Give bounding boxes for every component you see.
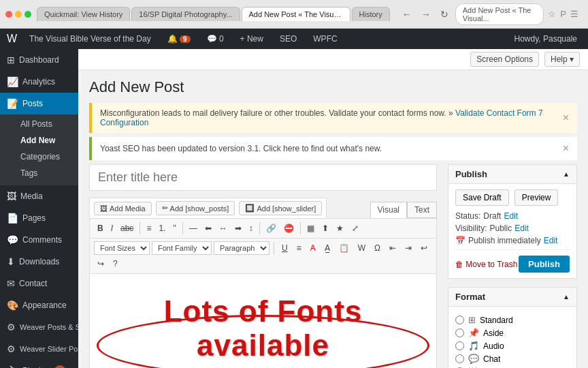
format-radio-audio[interactable]: [455, 341, 464, 350]
bold-button[interactable]: B: [94, 221, 107, 235]
paragraph-select[interactable]: Paragraph: [214, 241, 270, 255]
sidebar-label-analytics: Analytics: [22, 77, 55, 87]
notice-close-2[interactable]: ×: [563, 142, 569, 155]
menu-icon[interactable]: ☰: [570, 9, 578, 19]
special-char-button[interactable]: Ω: [371, 241, 384, 255]
align-justify-button[interactable]: ↕: [246, 221, 257, 235]
tab-text[interactable]: Text: [407, 202, 437, 218]
admin-bar-notifications[interactable]: 🔔 9: [163, 34, 195, 44]
admin-bar-comments[interactable]: 💬 0: [203, 34, 228, 44]
back-button[interactable]: ←: [399, 7, 414, 21]
align-left-button[interactable]: ⬅: [201, 221, 215, 235]
insert-link-button[interactable]: 🔗: [263, 221, 280, 235]
sidebar-item-comments[interactable]: 💬 Comments: [0, 229, 78, 251]
tab-visual[interactable]: Visual: [370, 202, 407, 218]
notice-close-1[interactable]: ×: [563, 112, 569, 124]
status-edit-link[interactable]: Edit: [504, 211, 518, 221]
help-button[interactable]: Help ▾: [544, 52, 580, 67]
sidebar-item-analytics[interactable]: 📈 Analytics: [0, 71, 78, 93]
sidebar-item-weaver-slider[interactable]: ⚙ Weaver Slider Posts: [0, 338, 78, 360]
sidebar-tags[interactable]: Tags: [14, 165, 78, 181]
sidebar-categories[interactable]: Categories: [14, 149, 78, 165]
strikethrough-button[interactable]: abc: [117, 221, 137, 235]
sidebar-item-posts[interactable]: 📝 Posts: [0, 93, 78, 114]
sidebar-all-posts[interactable]: All Posts: [14, 116, 78, 132]
bg-color-button[interactable]: A̲: [321, 241, 333, 255]
editor-body[interactable]: Lots of Fonts available: [89, 273, 437, 368]
justify-button[interactable]: ≡: [293, 241, 305, 255]
align-right-button[interactable]: ➡: [231, 221, 245, 235]
browser-tab-2[interactable]: Add New Post « The Visual...: [242, 7, 350, 21]
insert-table-button[interactable]: ▦: [304, 221, 318, 235]
upload-button[interactable]: ⬆: [318, 221, 332, 235]
indent-left-button[interactable]: ⇤: [386, 241, 399, 255]
minimize-dot[interactable]: [15, 11, 22, 18]
star-button[interactable]: ★: [333, 221, 347, 235]
sidebar-item-appearance[interactable]: 🎨 Appearance: [0, 294, 78, 316]
italic-button[interactable]: I: [108, 221, 116, 235]
ordered-list-button[interactable]: 1.: [155, 221, 169, 235]
unordered-list-button[interactable]: ≡: [143, 221, 154, 235]
redo-button[interactable]: ↪: [94, 257, 108, 271]
editor-toolbar-row2: Font Sizes Font Family Paragraph U ≡ A A…: [89, 238, 437, 273]
sidebar-add-new[interactable]: Add New: [14, 132, 78, 149]
admin-bar-seo[interactable]: SEO: [276, 34, 301, 44]
format-label-aside: Aside: [483, 328, 504, 338]
bookmark-icon[interactable]: ☆: [548, 9, 556, 19]
close-dot[interactable]: [5, 11, 12, 18]
admin-bar-site[interactable]: The Visual Bible Verse of the Day: [25, 34, 155, 44]
preview-button[interactable]: Preview: [514, 189, 559, 206]
undo-button[interactable]: ↩: [417, 241, 431, 255]
forward-button[interactable]: →: [419, 7, 434, 21]
schedule-edit-link[interactable]: Edit: [544, 236, 558, 245]
screen-options-button[interactable]: Screen Options: [470, 52, 539, 67]
sidebar-item-dashboard[interactable]: ⊞ Dashboard: [0, 49, 78, 71]
sidebar-item-pages[interactable]: 📄 Pages: [0, 207, 78, 229]
refresh-button[interactable]: ↻: [438, 7, 451, 21]
browser-tab-0[interactable]: Quickmail: View History: [37, 7, 130, 21]
sidebar-item-media[interactable]: 🖼 Media: [0, 185, 78, 207]
format-radio-aside[interactable]: [455, 328, 464, 337]
save-draft-button[interactable]: Save Draft: [455, 189, 509, 206]
address-bar[interactable]: Add New Post « The Visual...: [455, 3, 544, 25]
move-to-trash-link[interactable]: 🗑 Move to Trash: [455, 260, 517, 269]
publish-box-title: Publish: [455, 169, 487, 179]
toolbar-sep-5: [274, 242, 274, 254]
font-family-select[interactable]: Font Family: [152, 241, 212, 255]
expand-button[interactable]: ⤢: [348, 221, 362, 235]
paste-word-button[interactable]: W: [355, 241, 369, 255]
add-show-posts-button[interactable]: ✏ Add [show_posts]: [156, 201, 235, 215]
remove-link-button[interactable]: ⛔: [280, 221, 297, 235]
maximize-dot[interactable]: [24, 11, 31, 18]
browser-tab-3[interactable]: History: [352, 7, 390, 21]
font-sizes-select[interactable]: Font Sizes: [94, 241, 150, 255]
browser-tab-1[interactable]: 16/SP Digital Photography...: [131, 7, 240, 21]
hr-button[interactable]: —: [186, 221, 201, 235]
visibility-edit-link[interactable]: Edit: [514, 224, 529, 233]
howdy-label[interactable]: Howdy, Pasquale: [510, 34, 582, 44]
add-show-slider-button[interactable]: 🔲 Add [show_slider]: [239, 201, 322, 215]
wp-logo[interactable]: W: [7, 33, 17, 45]
underline-button[interactable]: U: [278, 241, 291, 255]
sidebar-item-plugins[interactable]: 🔌 Plugins 7: [0, 360, 78, 368]
sidebar-item-downloads[interactable]: ⬇ Downloads: [0, 251, 78, 273]
format-box-header[interactable]: Format ▲: [448, 288, 576, 307]
indent-right-button[interactable]: ⇥: [402, 241, 415, 255]
format-radio-chat[interactable]: [455, 354, 464, 363]
text-color-button[interactable]: A: [307, 241, 319, 255]
add-media-button[interactable]: 🖼 Add Media: [94, 202, 152, 215]
publish-box-header[interactable]: Publish ▲: [448, 165, 576, 184]
help-toolbar-button[interactable]: ?: [110, 257, 121, 271]
admin-bar-wpfc[interactable]: WPFC: [309, 34, 341, 44]
publish-button[interactable]: Publish: [519, 256, 570, 273]
sidebar-item-contact[interactable]: ✉ Contact: [0, 273, 78, 294]
paste-text-button[interactable]: 📋: [336, 241, 353, 255]
align-center-button[interactable]: ↔: [216, 221, 231, 235]
format-radio-standard[interactable]: [455, 316, 464, 324]
pinterest-icon[interactable]: P: [560, 9, 566, 19]
admin-bar-new[interactable]: + New: [236, 34, 267, 44]
blockquote-button[interactable]: ": [169, 221, 179, 235]
sidebar-item-weaver-posts[interactable]: ⚙ Weaver Posts & Slider Options: [0, 316, 78, 338]
visibility-label: Visibility:: [455, 224, 487, 233]
post-title-input[interactable]: [89, 164, 437, 191]
